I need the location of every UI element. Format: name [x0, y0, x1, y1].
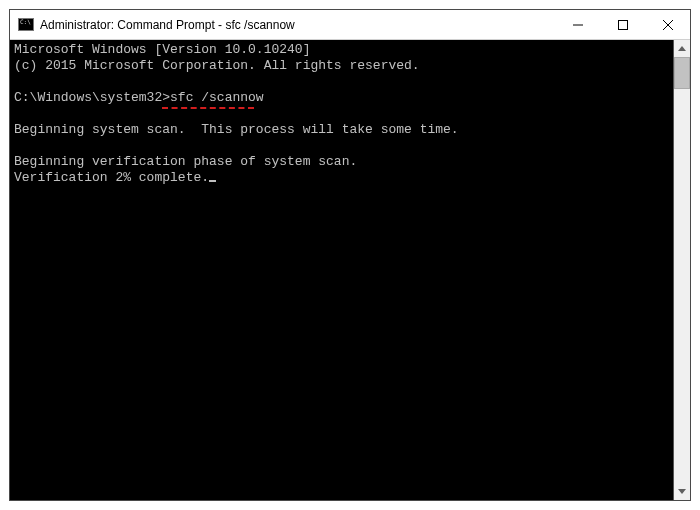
text-cursor [209, 180, 216, 182]
maximize-button[interactable] [600, 10, 645, 39]
terminal-area: Microsoft Windows [Version 10.0.10240] (… [10, 40, 690, 500]
scroll-up-button[interactable] [674, 40, 690, 57]
chevron-down-icon [678, 489, 686, 494]
vertical-scrollbar[interactable] [673, 40, 690, 500]
command-prompt-icon [18, 18, 34, 31]
scroll-thumb[interactable] [674, 57, 690, 89]
output-line: Verification 2% complete. [14, 170, 209, 185]
close-button[interactable] [645, 10, 690, 39]
titlebar[interactable]: Administrator: Command Prompt - sfc /sca… [10, 10, 690, 40]
chevron-up-icon [678, 46, 686, 51]
close-icon [663, 20, 673, 30]
minimize-icon [573, 20, 583, 30]
output-line: Beginning verification phase of system s… [14, 154, 357, 169]
app-icon [18, 17, 34, 33]
window-controls [555, 10, 690, 39]
command-prompt-window: Administrator: Command Prompt - sfc /sca… [9, 9, 691, 501]
terminal-output[interactable]: Microsoft Windows [Version 10.0.10240] (… [10, 40, 673, 500]
scroll-down-button[interactable] [674, 483, 690, 500]
output-line: Beginning system scan. This process will… [14, 122, 459, 137]
window-title: Administrator: Command Prompt - sfc /sca… [40, 18, 555, 32]
svg-rect-1 [618, 20, 627, 29]
scroll-track[interactable] [674, 57, 690, 483]
output-line: Microsoft Windows [Version 10.0.10240] [14, 42, 310, 57]
prompt-line: C:\Windows\system32>sfc /scannow [14, 90, 264, 106]
maximize-icon [618, 20, 628, 30]
command-highlight-underline [162, 107, 254, 109]
output-line: (c) 2015 Microsoft Corporation. All righ… [14, 58, 420, 73]
typed-command: sfc /scannow [170, 90, 264, 105]
prompt-path: C:\Windows\system32> [14, 90, 170, 105]
minimize-button[interactable] [555, 10, 600, 39]
